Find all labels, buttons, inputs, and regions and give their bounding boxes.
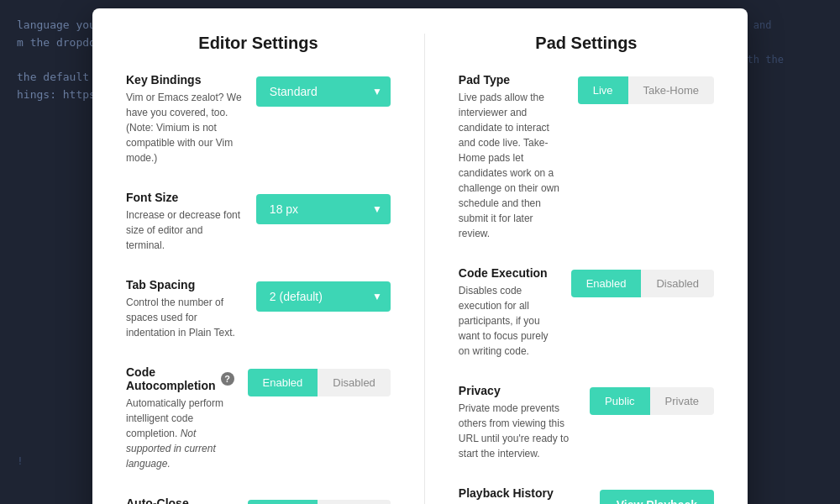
pad-settings-column: Pad Settings Pad Type Live pads allow th… [459,34,714,504]
tab-spacing-label: Tab Spacing [126,278,243,291]
privacy-toggle: Public Private [590,387,714,415]
font-size-select-wrapper: 18 px ▼ [256,194,391,224]
code-autocompletion-disabled-btn[interactable]: Disabled [318,369,391,396]
auto-close-brackets-disabled-btn[interactable]: Disabled [318,500,391,504]
auto-close-brackets-toggle: Enabled Disabled [248,500,391,504]
playback-history-setting: Playback History Explore the past edits … [459,486,714,504]
pad-type-toggle: Live Take-Home [578,76,714,104]
auto-close-brackets-label: Auto-Close Brackets [126,496,234,504]
pad-type-label: Pad Type [459,73,564,87]
code-autocompletion-toggle: Enabled Disabled [248,369,391,396]
tab-spacing-select-wrapper: 2 (default) ▼ [256,281,391,312]
privacy-public-btn[interactable]: Public [590,387,649,415]
privacy-private-btn[interactable]: Private [650,387,714,415]
font-size-desc: Increase or decrease font size of editor… [126,207,243,253]
code-execution-enabled-btn[interactable]: Enabled [571,270,642,297]
modal-overlay: Editor Settings Key Bindings Vim or Emac… [0,0,840,504]
privacy-setting: Privacy Private mode prevents others fro… [459,384,714,468]
tab-spacing-desc: Control the number of spaces used for in… [126,295,243,340]
pad-type-live-btn[interactable]: Live [578,76,628,104]
tab-spacing-select[interactable]: 2 (default) [256,281,391,312]
pad-settings-title: Pad Settings [459,34,714,53]
settings-modal: Editor Settings Key Bindings Vim or Emac… [92,8,748,504]
auto-close-brackets-enabled-btn[interactable]: Enabled [248,500,318,504]
code-execution-setting: Code Execution Disables code execution f… [459,266,714,365]
pad-type-takehome-btn[interactable]: Take-Home [628,76,714,104]
font-size-label: Font Size [126,191,243,204]
pad-type-desc: Live pads allow the interviewer and cand… [459,90,564,241]
privacy-label: Privacy [459,384,576,397]
code-autocompletion-setting: Code Autocompletion ? Automatically perf… [126,365,391,478]
code-autocompletion-enabled-btn[interactable]: Enabled [248,369,318,396]
editor-settings-column: Editor Settings Key Bindings Vim or Emac… [126,34,425,504]
tab-spacing-setting: Tab Spacing Control the number of spaces… [126,278,391,347]
key-bindings-label: Key Bindings [126,73,243,87]
editor-settings-title: Editor Settings [126,34,391,53]
playback-history-label: Playback History [459,486,586,500]
key-bindings-setting: Key Bindings Vim or Emacs zealot? We hav… [126,73,391,172]
code-execution-disabled-btn[interactable]: Disabled [641,270,714,297]
code-execution-label: Code Execution [459,266,558,280]
key-bindings-desc: Vim or Emacs zealot? We have you covered… [126,90,243,165]
pad-type-setting: Pad Type Live pads allow the interviewer… [459,73,714,248]
code-execution-toggle: Enabled Disabled [571,270,714,297]
font-size-setting: Font Size Increase or decrease font size… [126,191,391,260]
code-autocompletion-label: Code Autocompletion ? [126,365,234,392]
code-execution-desc: Disables code execution for all particip… [459,283,558,359]
key-bindings-select-wrapper: Standard ▼ [256,76,391,107]
view-playback-button[interactable]: View Playback [600,490,714,504]
key-bindings-select[interactable]: Standard [256,76,391,107]
font-size-select[interactable]: 18 px [256,194,391,224]
privacy-desc: Private mode prevents others from viewin… [459,401,576,461]
code-autocompletion-help-icon[interactable]: ? [221,372,234,386]
auto-close-brackets-setting: Auto-Close Brackets Automatically try to… [126,496,391,504]
code-autocompletion-desc: Automatically perform intelligent code c… [126,396,234,471]
